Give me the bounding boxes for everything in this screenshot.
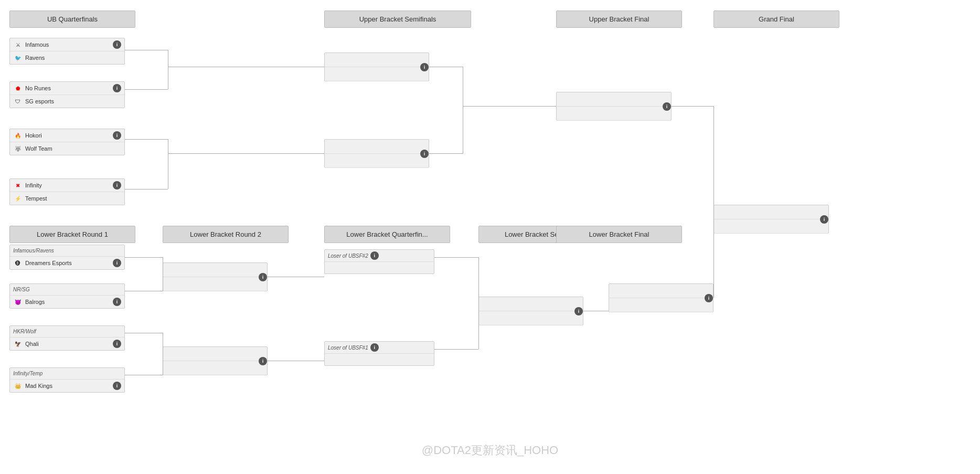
info-button-ub4[interactable]: i — [113, 181, 121, 189]
conn-lbs-lbf-h — [583, 311, 609, 311]
info-button-lbs[interactable]: i — [574, 307, 583, 315]
lbr1-m3-team1: 🦅 Qhali i — [10, 338, 124, 350]
conn-ubs2-ubf-h — [429, 153, 463, 154]
team-row-ravens: 🐦 Ravens — [10, 51, 124, 64]
lbr1-match-3: HKR/Wolf 🦅 Qhali i — [9, 325, 125, 351]
ubf-team2 — [557, 107, 671, 121]
lbs-team1 — [479, 297, 583, 311]
ub-match-1: ⚔ Infamous i 🐦 Ravens — [9, 38, 125, 65]
info-button-ub1[interactable]: i — [113, 40, 121, 49]
ub-match-2: ⬟ No Runes i 🛡 SG esports — [9, 81, 125, 108]
lbr2-m1-team2 — [163, 277, 267, 291]
team-name-infinity: Infinity — [25, 182, 113, 188]
lbf-match: i — [609, 283, 713, 312]
lbr2-match-2: i — [163, 346, 268, 375]
conn-ubs1-h — [168, 67, 324, 67]
dreamers-icon: 🅑 — [13, 258, 23, 268]
lbr1-match-4: Infinity/Temp 👑 Mad Kings i — [9, 367, 125, 393]
ub-match-4: ✖ Infinity i ⚡ Tempest — [9, 178, 125, 205]
lbr1-match-1: Infamous/Ravens 🅑 Dreamers Esports i — [9, 245, 125, 270]
info-button-lbr2-1[interactable]: i — [259, 273, 267, 281]
team-row-hokori: 🔥 Hokori i — [10, 129, 124, 142]
team-row-infamous: ⚔ Infamous i — [10, 38, 124, 51]
lbs-match: i — [478, 297, 583, 325]
info-button-lbq-2[interactable]: i — [370, 343, 379, 352]
ub-match-3: 🔥 Hokori i 🐺 Wolf Team — [9, 129, 125, 155]
conn-ubs1-ubf-h — [429, 67, 463, 67]
team-name-balrogs: Balrogs — [25, 299, 113, 305]
conn-lbr1-1-h — [125, 257, 163, 258]
conn-ub2-h — [125, 89, 168, 90]
info-button-lbr1-1[interactable]: i — [113, 259, 121, 267]
conn-lbs-v — [478, 257, 479, 349]
team-row-sgesports: 🛡 SG esports — [10, 95, 124, 108]
info-button-ub2[interactable]: i — [113, 84, 121, 92]
conn-ubf-gf-h1 — [672, 106, 713, 107]
header-grand-final: Grand Final — [713, 10, 839, 28]
info-button-ubs2[interactable]: i — [420, 150, 429, 158]
infinity-icon: ✖ — [13, 181, 23, 190]
lbq-m2-team1: Loser of UBSF#1 i — [325, 342, 434, 354]
lbr1-m1-team1: 🅑 Dreamers Esports i — [10, 257, 124, 269]
info-button-lbr1-4[interactable]: i — [113, 382, 121, 390]
sgesports-icon: 🛡 — [13, 97, 23, 106]
info-button-ubs1[interactable]: i — [420, 63, 429, 71]
madkings-icon: 👑 — [13, 381, 23, 391]
info-button-gf[interactable]: i — [820, 215, 828, 224]
lbr1-match-2: NR/SG 😈 Balrogs i — [9, 283, 125, 309]
lbr2-m2-team2 — [163, 361, 267, 375]
header-upper-bracket-semifinals: Upper Bracket Semifinals — [324, 10, 471, 28]
header-upper-bracket-final: Upper Bracket Final — [556, 10, 682, 28]
team-name-infamous: Infamous — [25, 41, 113, 48]
lbr1-m2-team1: 😈 Balrogs i — [10, 296, 124, 308]
conn-lbr12-v — [163, 257, 163, 291]
team-row-norunes: ⬟ No Runes i — [10, 82, 124, 95]
info-button-lbr2-2[interactable]: i — [259, 357, 267, 365]
team-name-madkings: Mad Kings — [25, 383, 113, 389]
lbr2-m1-team1 — [163, 263, 267, 277]
ubf-match: i — [556, 92, 672, 121]
team-name-tempest: Tempest — [25, 195, 121, 202]
info-button-ub3[interactable]: i — [113, 131, 121, 140]
lbr2-match-1: i — [163, 262, 268, 291]
balrogs-icon: 😈 — [13, 297, 23, 307]
team-row-tempest: ⚡ Tempest — [10, 192, 124, 205]
team-row-infinity: ✖ Infinity i — [10, 179, 124, 192]
gf-team2 — [714, 219, 828, 234]
lbq-m2-team2 — [325, 354, 434, 365]
conn-lbf-gf-v2 — [713, 219, 714, 298]
conn-lbr1-3-h — [125, 333, 163, 333]
ravens-icon: 🐦 — [13, 53, 23, 62]
info-button-lbr1-3[interactable]: i — [113, 340, 121, 348]
info-button-lbr1-2[interactable]: i — [113, 298, 121, 306]
lbr1-m1-label: Infamous/Ravens — [10, 245, 124, 257]
conn-ub34-v — [168, 139, 168, 189]
header-lower-bracket-final: Lower Bracket Final — [556, 226, 682, 243]
hokori-icon: 🔥 — [13, 131, 23, 140]
lbr1-m4-label: Infinity/Temp — [10, 368, 124, 380]
team-name-sgesports: SG esports — [25, 98, 121, 104]
bracket-container: UB Quarterfinals Upper Bracket Semifinal… — [0, 0, 980, 474]
ubs-match-1: i — [324, 52, 429, 81]
lbq-match-1: Loser of UBSF#2 i — [324, 249, 434, 274]
conn-ubf-v — [463, 67, 463, 153]
lbq-m1-team2 — [325, 262, 434, 273]
header-lower-bracket-round2: Lower Bracket Round 2 — [163, 226, 289, 243]
info-button-lbq-1[interactable]: i — [370, 251, 379, 260]
info-button-ubf[interactable]: i — [663, 102, 671, 111]
team-name-ravens: Ravens — [25, 55, 121, 61]
lbs-team2 — [479, 311, 583, 325]
qhali-icon: 🦅 — [13, 339, 23, 349]
team-name-dreamers: Dreamers Esports — [25, 260, 113, 266]
header-lower-bracket-quarterfinal: Lower Bracket Quarterfin... — [324, 226, 450, 243]
info-button-lbf[interactable]: i — [705, 294, 713, 302]
conn-lbr1-2-h — [125, 291, 163, 291]
conn-lbr1-4-h — [125, 375, 163, 375]
conn-lbr2-1-h — [268, 277, 324, 277]
team-row-wolfteam: 🐺 Wolf Team — [10, 142, 124, 155]
team-name-hokori: Hokori — [25, 132, 113, 139]
lbr2-m2-team1 — [163, 347, 267, 361]
conn-ub3-h — [125, 139, 168, 140]
header-lower-bracket-round1: Lower Bracket Round 1 — [9, 226, 135, 243]
gf-team1 — [714, 205, 828, 219]
